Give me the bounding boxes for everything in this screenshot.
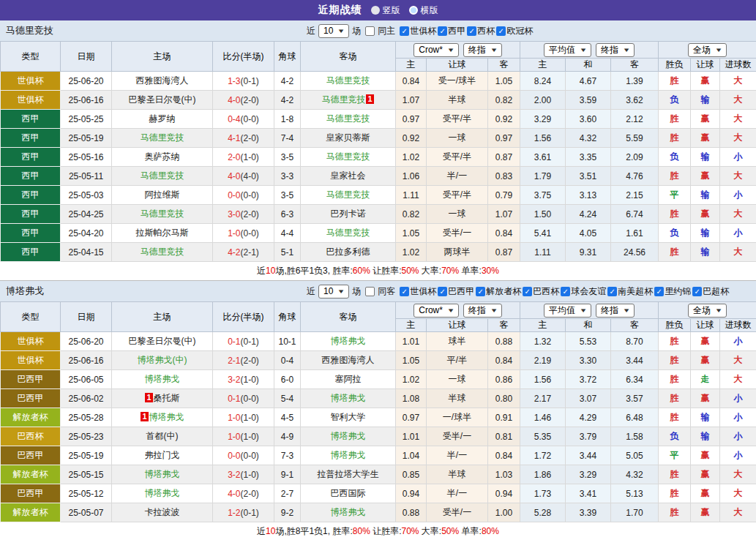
handicap-home-odds: 1.08 bbox=[396, 389, 427, 408]
handicap-home-odds: 1.02 bbox=[396, 148, 427, 167]
league-badge: 西甲 bbox=[1, 205, 61, 224]
away-team: 马德里竞技 bbox=[301, 110, 396, 129]
result-win-draw-loss: 胜 bbox=[659, 389, 691, 408]
chevron-down-icon: ▼ bbox=[580, 305, 588, 316]
match-count-select[interactable]: 10▼ bbox=[318, 285, 349, 298]
league-filter[interactable]: ✓ 球会友谊 bbox=[561, 285, 606, 298]
result-goals: 小 bbox=[720, 389, 756, 408]
same-side-checkbox[interactable] bbox=[365, 26, 375, 36]
checkbox-checked-icon[interactable]: ✓ bbox=[523, 287, 532, 296]
corner-score: 7-4 bbox=[274, 129, 301, 148]
avg-draw-odds: 4.24 bbox=[566, 205, 611, 224]
dropdown-avg_final[interactable]: 终指▼ bbox=[596, 304, 635, 318]
league-filter[interactable]: ✓ 巴超杯 bbox=[692, 285, 729, 298]
same-side-filter[interactable]: 同主 bbox=[365, 25, 395, 37]
checkbox-checked-icon[interactable]: ✓ bbox=[400, 287, 409, 296]
checkbox-checked-icon[interactable]: ✓ bbox=[476, 287, 485, 296]
match-date: 25-05-07 bbox=[61, 503, 112, 522]
dropdown-avg[interactable]: 平均值▼ bbox=[544, 304, 591, 318]
handicap-away-odds: 0.94 bbox=[488, 484, 520, 503]
league-filter[interactable]: ✓ 解放者杯 bbox=[476, 285, 521, 298]
away-team: 马德里竞技 bbox=[301, 72, 396, 91]
checkbox-checked-icon[interactable]: ✓ bbox=[654, 287, 664, 296]
score-cell: 4-0(2-0) bbox=[213, 91, 274, 110]
match-date: 25-05-11 bbox=[61, 167, 112, 186]
home-team: 奥萨苏纳 bbox=[112, 148, 213, 167]
avg-home-odds: 2.00 bbox=[520, 91, 566, 110]
column-header: 让球 bbox=[427, 59, 488, 72]
score-cell: 4-0(4-0) bbox=[213, 167, 274, 186]
away-team: 博塔弗戈 bbox=[301, 332, 396, 351]
result-win-draw-loss: 胜 bbox=[659, 465, 691, 484]
layout-option-horizontal[interactable]: 横版 bbox=[409, 4, 438, 17]
match-date: 25-05-03 bbox=[61, 186, 112, 205]
checkbox-checked-icon[interactable]: ✓ bbox=[496, 26, 506, 36]
layout-option-vertical[interactable]: 竖版 bbox=[371, 4, 400, 17]
same-side-label: 同客 bbox=[378, 285, 395, 298]
dropdown-avg[interactable]: 平均值▼ bbox=[544, 43, 591, 57]
avg-draw-odds: 9.31 bbox=[566, 243, 611, 262]
checkbox-checked-icon[interactable]: ✓ bbox=[561, 287, 570, 296]
half-time-score: (0-0) bbox=[241, 190, 259, 200]
handicap-line: 半球 bbox=[427, 465, 488, 484]
handicap-away-odds: 1.00 bbox=[488, 503, 520, 522]
full-time-score: 1-0 bbox=[228, 413, 240, 423]
half-time-score: (2-0) bbox=[241, 133, 259, 143]
team-label: 拉斯帕尔马斯 bbox=[136, 228, 189, 238]
column-header: 角球 bbox=[274, 42, 301, 72]
avg-home-odds: 5.28 bbox=[520, 503, 566, 522]
dropdown-book_final[interactable]: 终指▼ bbox=[463, 304, 502, 318]
league-filter[interactable]: ✓ 西甲 bbox=[438, 25, 465, 37]
corner-score: 4-2 bbox=[274, 72, 301, 91]
team-label: 马德里竞技 bbox=[141, 247, 184, 257]
avg-draw-odds: 3.59 bbox=[566, 91, 611, 110]
match-row: 西甲 25-04-15 马德里竞技 4-2(2-1) 5-1 巴拉多利德 1.0… bbox=[1, 243, 756, 262]
league-filter[interactable]: ✓ 世俱杯 bbox=[400, 285, 436, 298]
same-side-checkbox[interactable] bbox=[365, 287, 375, 296]
dropdown-avg_final[interactable]: 终指▼ bbox=[596, 43, 635, 57]
handicap-line: 半/一 bbox=[427, 167, 488, 186]
checkbox-checked-icon[interactable]: ✓ bbox=[607, 287, 617, 296]
league-filter[interactable]: ✓ 南美超杯 bbox=[607, 285, 653, 298]
same-side-filter[interactable]: 同客 bbox=[365, 285, 395, 298]
handicap-line: 半/一 bbox=[427, 446, 488, 465]
match-date: 25-06-16 bbox=[61, 91, 112, 110]
handicap-line: 半球 bbox=[427, 91, 488, 110]
league-filter[interactable]: ✓ 欧冠杯 bbox=[496, 25, 533, 37]
checkbox-checked-icon[interactable]: ✓ bbox=[400, 26, 409, 36]
avg-away-odds: 3.57 bbox=[611, 389, 659, 408]
home-team: 西雅图海湾人 bbox=[112, 72, 213, 91]
half-time-score: (2-0) bbox=[241, 209, 259, 219]
corner-score: 2-7 bbox=[274, 484, 301, 503]
corner-score: 5-1 bbox=[274, 243, 301, 262]
checkbox-checked-icon[interactable]: ✓ bbox=[467, 26, 476, 36]
table-head: 类型日期主场比分(半场)角球客场Crow*▼终指▼平均值▼终指▼全场▼主让球客主… bbox=[1, 42, 756, 72]
half-time-score: (2-0) bbox=[241, 489, 259, 499]
league-filter[interactable]: ✓ 世俱杯 bbox=[400, 25, 436, 37]
checkbox-checked-icon[interactable]: ✓ bbox=[692, 287, 702, 296]
avg-draw-odds: 5.53 bbox=[566, 332, 611, 351]
radio-selected-icon bbox=[409, 6, 418, 15]
dropdown-book[interactable]: Crow*▼ bbox=[413, 43, 459, 57]
score-cell: 1-0(1-0) bbox=[213, 427, 274, 446]
column-header: 客 bbox=[611, 59, 659, 72]
match-count-select[interactable]: 10▼ bbox=[318, 24, 349, 38]
handicap-home-odds: 1.07 bbox=[396, 91, 427, 110]
corner-score: 0-4 bbox=[274, 351, 301, 370]
league-filter[interactable]: ✓ 西杯 bbox=[467, 25, 495, 37]
chevron-down-icon: ▼ bbox=[337, 286, 345, 297]
dropdown-book_final[interactable]: 终指▼ bbox=[463, 43, 502, 57]
checkbox-checked-icon[interactable]: ✓ bbox=[438, 287, 447, 296]
full-time-score: 0-1 bbox=[228, 337, 240, 347]
checkbox-checked-icon[interactable]: ✓ bbox=[438, 26, 447, 36]
dropdown-scope[interactable]: 全场▼ bbox=[688, 43, 727, 57]
column-header: 客 bbox=[488, 319, 520, 332]
full-time-score: 1-0 bbox=[228, 228, 240, 239]
match-row: 巴西甲 25-05-19 弗拉门戈 0-0(0-0) 7-3 博塔弗戈 1.04… bbox=[1, 446, 756, 465]
league-filter[interactable]: ✓ 巴西甲 bbox=[438, 285, 474, 298]
league-filter[interactable]: ✓ 里约锦 bbox=[654, 285, 691, 298]
dropdown-book[interactable]: Crow*▼ bbox=[413, 304, 459, 318]
league-filter[interactable]: ✓ 巴西杯 bbox=[523, 285, 559, 298]
dropdown-scope[interactable]: 全场▼ bbox=[688, 304, 727, 318]
league-filters: ✓ 世俱杯 ✓ 巴西甲 ✓ 解放者杯 ✓ 巴西杯 ✓ 球会友谊 ✓ 南美超杯 ✓… bbox=[400, 285, 729, 298]
